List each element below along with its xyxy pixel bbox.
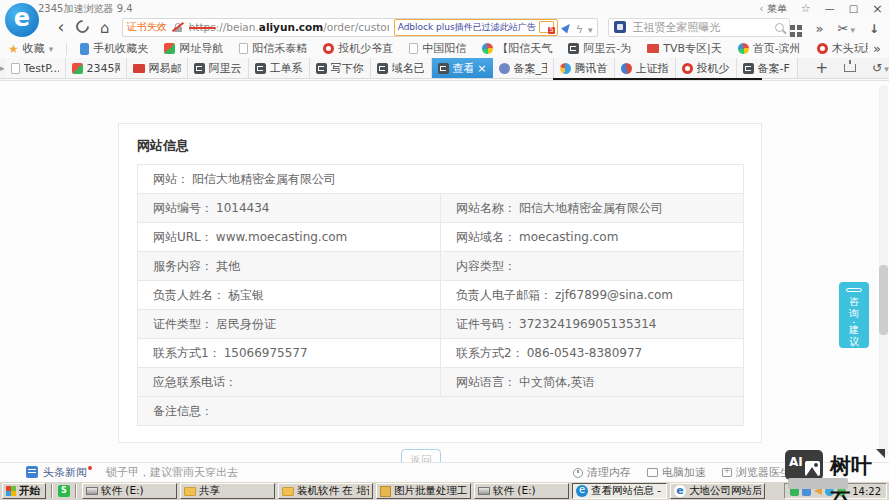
bookmarks-overflow-icon[interactable]	[873, 41, 881, 56]
table-row: 应急联系电话：网站语言：中文简体,英语	[138, 368, 744, 397]
bookmark-item[interactable]: 阳信禾泰精	[239, 41, 307, 56]
tab-item[interactable]: 备案_王	[493, 58, 554, 78]
back-button[interactable]	[50, 17, 72, 37]
refresh-button[interactable]	[72, 18, 94, 37]
bookmark-item[interactable]: 投机少爷直	[323, 41, 393, 56]
search-input[interactable]	[631, 20, 770, 35]
field-value: 15066975577	[224, 346, 308, 360]
rocket-icon[interactable]	[561, 21, 573, 33]
tab-item[interactable]: 网易邮	[127, 58, 188, 78]
field-label: 应急联系电话：	[153, 375, 237, 389]
browser-window: 2345加速浏览器 9.4 菜单 证书失效 https://beian.aliy…	[0, 0, 889, 500]
start-button[interactable]: 开始	[2, 483, 46, 499]
taskbar-button[interactable]: 软件 (E:)	[474, 483, 569, 499]
close-button[interactable]	[872, 1, 883, 16]
clean-icon[interactable]	[844, 64, 856, 72]
menu-button[interactable]: 菜单	[759, 2, 786, 16]
statusbar-tool[interactable]: 清理内存	[573, 465, 631, 480]
tencent-icon	[560, 63, 571, 74]
scrollbar-thumb[interactable]	[879, 265, 888, 335]
bookmark-item[interactable]: 木头玩股★	[817, 41, 868, 56]
news-label[interactable]: 头条新闻	[43, 465, 87, 480]
tab-label: 腾讯首	[575, 61, 608, 76]
search-box[interactable]	[608, 18, 790, 37]
tab-label: 阿里云	[209, 61, 242, 76]
tab-item[interactable]: 2345网	[66, 58, 127, 78]
taskbar-button-label: 查看网站信息 - 23...	[591, 484, 663, 498]
news-headline[interactable]: 锁子甲，建议雷雨天穿出去	[106, 465, 238, 480]
tab-item[interactable]: 域名已	[371, 58, 432, 78]
start-label: 开始	[19, 484, 40, 498]
bookmark-item[interactable]: 阿里云-为	[568, 41, 631, 56]
tab-item[interactable]: TestP...	[5, 58, 66, 78]
tab-item[interactable]: 工单系	[249, 58, 310, 78]
lightning-icon[interactable]	[576, 18, 583, 37]
search-icon[interactable]	[775, 23, 784, 32]
feedback-widget[interactable]: 咨询 建议	[839, 282, 869, 348]
maximize-button[interactable]	[849, 3, 858, 14]
more-tools-icon[interactable]	[816, 18, 824, 37]
restore-tab-button[interactable]	[872, 61, 889, 75]
adblock-notice[interactable]: Adblock plus插件已过滤此站广告 5	[394, 19, 558, 36]
field-value: 居民身份证	[216, 317, 276, 331]
table-row: 服务内容：其他内容类型：	[138, 252, 744, 281]
tab-active[interactable]: 查看网	[432, 58, 493, 78]
tab-label: 投机少	[697, 61, 730, 76]
field-value: 1014434	[216, 201, 269, 215]
taskbar-button[interactable]: 图片批量处理工具v7.0	[376, 483, 471, 499]
tab-item[interactable]: 写下你	[310, 58, 371, 78]
taskbar: 开始 软件 (E:)共享装机软件 在 培训1 上图片批量处理工具v7.0软件 (…	[0, 481, 889, 500]
new-tab-button[interactable]	[816, 59, 829, 77]
table-cell: 内容类型：	[441, 252, 744, 281]
bookmark-item[interactable]: 首页-滨州	[738, 41, 801, 56]
refresh-icon	[74, 17, 92, 35]
favorites-button[interactable]: 收藏	[8, 41, 53, 56]
tab-item[interactable]: 阿里云	[188, 58, 249, 78]
undo-icon	[872, 61, 882, 75]
skin-icon[interactable]	[801, 2, 811, 15]
bookmark-item[interactable]: 手机收藏夹	[80, 41, 148, 56]
table-cell: 网站域名：moecasting.com	[441, 223, 744, 252]
taskbar-button[interactable]: 装机软件 在 培训1 上	[278, 483, 373, 499]
bookmark-label: 首页-滨州	[753, 41, 801, 56]
bookmark-item[interactable]: TVB专区|天	[647, 41, 722, 56]
download-icon[interactable]	[869, 18, 879, 37]
bookmark-item[interactable]: 【阳信天气	[482, 41, 552, 56]
taskbar-button[interactable]: 软件 (E:)	[82, 483, 177, 499]
taskbar-button[interactable]: 大地公司网站后台...	[670, 483, 765, 499]
window-controls: 菜单	[759, 1, 883, 16]
page-title: 网站信息	[119, 124, 761, 164]
screenshot-button[interactable]	[838, 18, 855, 37]
chevron-down-icon[interactable]	[588, 18, 593, 37]
tab-controls	[804, 58, 889, 78]
doc-icon	[11, 63, 20, 74]
statusbar-tool[interactable]: 浏览器医生	[722, 465, 791, 480]
browser-e-icon	[576, 485, 588, 497]
bookmark-item[interactable]: 中国阳信	[409, 41, 466, 56]
statusbar-tool[interactable]: 电脑加速	[647, 465, 706, 480]
bracket-icon	[255, 63, 266, 74]
tab-item[interactable]: 备案-F	[737, 58, 798, 78]
tab-item[interactable]: 腾讯首	[554, 58, 615, 78]
tab-item[interactable]: 投机少	[676, 58, 737, 78]
address-bar[interactable]: 证书失效 https://beian.aliyun.com/order/cust…	[122, 18, 598, 37]
back-page-button[interactable]: 返回	[401, 449, 441, 462]
vertical-scrollbar[interactable]	[879, 85, 888, 457]
minimize-button[interactable]	[825, 3, 835, 14]
taskbar-button[interactable]: 共享	[180, 483, 275, 499]
home-button[interactable]	[94, 18, 116, 37]
tab-item[interactable]: 上证指	[615, 58, 676, 78]
bookmark-item[interactable]: 网址导航	[164, 41, 223, 56]
taskbar-button[interactable]: 查看网站信息 - 23...	[572, 483, 667, 499]
cert-warning-badge[interactable]: 证书失效	[127, 20, 167, 34]
red-ring-icon	[817, 43, 828, 54]
news-icon[interactable]	[26, 466, 38, 478]
bracket-icon	[743, 63, 754, 74]
apps-grid-icon[interactable]	[790, 25, 795, 30]
close-tab-icon[interactable]	[477, 62, 486, 75]
clock-icon	[573, 468, 583, 478]
taskbar-buttons: 软件 (E:)共享装机软件 在 培训1 上图片批量处理工具v7.0软件 (E:)…	[82, 483, 765, 499]
quick-launch-icon[interactable]	[58, 485, 70, 497]
bracket-icon	[316, 63, 327, 74]
url-text[interactable]: https://beian.aliyun.com/order/customerS…	[189, 21, 389, 33]
